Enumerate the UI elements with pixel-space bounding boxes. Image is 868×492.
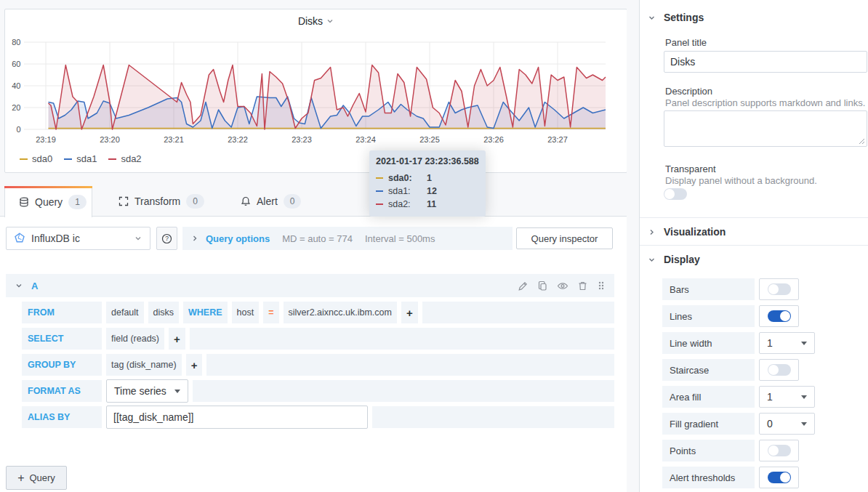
- tab-query[interactable]: Query 1: [4, 186, 92, 217]
- toggle-switch[interactable]: [768, 364, 791, 376]
- legend-series-name: sda2: [121, 153, 141, 164]
- query-row-filler[interactable]: [193, 380, 614, 402]
- query-row-filler[interactable]: [422, 302, 614, 323]
- query-options-toggle[interactable]: Query options: [206, 233, 270, 244]
- eye-visibility-icon[interactable]: [557, 281, 568, 291]
- query-part-row-alias-by: ALIAS BY[[tag_disk_name]]: [22, 406, 614, 429]
- add-segment-button[interactable]: +: [186, 354, 203, 376]
- query-row-filler[interactable]: [190, 328, 614, 350]
- description-hint: Panel description supports markdown and …: [665, 97, 865, 108]
- panel-title-label: Panel title: [665, 37, 707, 48]
- tooltip-series-name: sda0:: [388, 173, 417, 183]
- datasource-picker[interactable]: InfluxDB ic: [6, 227, 150, 250]
- display-select-line-width[interactable]: 1: [759, 332, 815, 354]
- chevron-down-icon: [648, 14, 656, 22]
- display-toggle-staircase[interactable]: [759, 359, 799, 381]
- legend-item-sda1[interactable]: sda1: [64, 153, 97, 164]
- trash-delete-icon[interactable]: [577, 281, 588, 291]
- tab-alert-count: 0: [284, 194, 302, 209]
- display-toggle-bars[interactable]: [759, 278, 799, 300]
- display-select-fill-gradient[interactable]: 0: [759, 413, 815, 435]
- query-inspector-button[interactable]: Query inspector: [516, 227, 613, 249]
- display-select-area-fill[interactable]: 1: [759, 386, 815, 408]
- tab-query-count: 1: [68, 195, 87, 209]
- query-segment[interactable]: WHERE: [183, 302, 228, 323]
- add-segment-button[interactable]: +: [401, 302, 418, 323]
- panel-title-input[interactable]: Disks: [664, 51, 867, 73]
- drag-handle-icon[interactable]: [597, 281, 606, 291]
- transparent-label: Transparent: [665, 164, 716, 174]
- query-options-bar[interactable]: Query options MD = auto = 774 Interval =…: [182, 227, 513, 250]
- query-segment[interactable]: default: [106, 302, 144, 323]
- alias-by-input[interactable]: [[tag_disk_name]]: [106, 406, 368, 429]
- legend-item-sda0[interactable]: sda0: [20, 153, 52, 164]
- tab-alert-label: Alert: [257, 195, 278, 207]
- help-icon: ?: [161, 233, 172, 244]
- svg-text:23:20: 23:20: [100, 135, 120, 144]
- svg-text:?: ?: [165, 235, 169, 242]
- svg-text:23:24: 23:24: [355, 135, 376, 144]
- svg-text:0: 0: [16, 125, 20, 134]
- tooltip-timestamp: 2021-01-17 23:23:36.588: [376, 156, 479, 166]
- query-segment[interactable]: field (reads): [106, 328, 164, 350]
- pane-splitter[interactable]: [627, 0, 640, 492]
- toggle-switch[interactable]: [768, 310, 791, 322]
- query-row-filler[interactable]: [372, 406, 614, 428]
- query-segment[interactable]: =: [263, 302, 278, 323]
- query-options-interval: Interval = 500ms: [365, 233, 435, 244]
- svg-text:60: 60: [12, 60, 20, 68]
- query-segment[interactable]: tag (disk_name): [106, 354, 182, 376]
- query-segment[interactable]: disks: [148, 302, 179, 323]
- display-option-label-fill-gradient: Fill gradient: [662, 413, 755, 435]
- section-settings-header[interactable]: Settings: [648, 12, 704, 23]
- transparent-toggle[interactable]: [664, 188, 687, 200]
- datasource-chevron-icon: [134, 234, 142, 243]
- query-segment[interactable]: host: [232, 302, 260, 323]
- datasource-help-button[interactable]: ?: [156, 227, 177, 250]
- legend-series-name: sda0: [32, 153, 52, 164]
- format-as-select[interactable]: Time series: [106, 379, 188, 403]
- tooltip-series-name: sda1:: [388, 186, 417, 196]
- tooltip-series-row: sda0:1: [376, 172, 479, 183]
- query-row-header[interactable]: A: [6, 274, 614, 297]
- toggle-switch[interactable]: [768, 445, 791, 456]
- display-toggle-lines[interactable]: [759, 305, 799, 327]
- add-segment-button[interactable]: +: [169, 328, 185, 350]
- query-segment[interactable]: silver2.aixncc.uk.ibm.com: [284, 302, 397, 323]
- query-part-row-from: FROMdefaultdisksWHEREhost=silver2.aixncc…: [22, 301, 614, 324]
- svg-text:20: 20: [12, 103, 20, 112]
- tooltip-series-dash: [376, 177, 383, 179]
- add-query-button[interactable]: + Query: [6, 466, 67, 490]
- tab-transform[interactable]: Transform 0: [118, 186, 204, 217]
- display-option-label-points: Points: [662, 440, 755, 461]
- section-display-header[interactable]: Display: [648, 254, 700, 265]
- legend-item-sda2[interactable]: sda2: [108, 153, 141, 164]
- tab-alert[interactable]: Alert 0: [241, 186, 301, 217]
- query-options-chevron-icon: [191, 235, 198, 242]
- svg-text:23:23: 23:23: [292, 135, 312, 144]
- display-toggle-alert-thresholds[interactable]: [759, 467, 799, 488]
- svg-text:80: 80: [12, 38, 20, 47]
- disks-time-series-chart[interactable]: 02040608023:1923:2023:2123:2223:2323:242…: [5, 9, 627, 172]
- query-part-row-format-as: FORMAT ASTime series: [22, 379, 614, 403]
- duplicate-copy-icon[interactable]: [537, 281, 548, 291]
- resize-handle-icon[interactable]: [859, 138, 865, 145]
- svg-text:23:19: 23:19: [36, 135, 56, 144]
- section-visualization-header[interactable]: Visualization: [648, 226, 726, 238]
- toggle-switch[interactable]: [768, 472, 791, 483]
- query-row-filler[interactable]: [206, 354, 614, 376]
- description-textarea[interactable]: [664, 110, 867, 147]
- query-options-md: MD = auto = 774: [282, 233, 353, 244]
- select-value: 1: [767, 337, 773, 349]
- edit-pencil-icon[interactable]: [518, 281, 529, 291]
- query-part-row-select: SELECTfield (reads)+: [22, 327, 614, 350]
- toggle-switch[interactable]: [768, 283, 791, 295]
- query-part-label: ALIAS BY: [22, 406, 102, 428]
- legend-color-dash: [20, 158, 28, 160]
- svg-text:23:25: 23:25: [419, 135, 440, 144]
- tooltip-series-row: sda2:11: [376, 198, 479, 209]
- display-toggle-points[interactable]: [759, 440, 799, 461]
- query-collapse-chevron-icon[interactable]: [15, 281, 23, 290]
- query-part-label: SELECT: [22, 328, 102, 350]
- tooltip-series-row: sda1:12: [376, 185, 479, 196]
